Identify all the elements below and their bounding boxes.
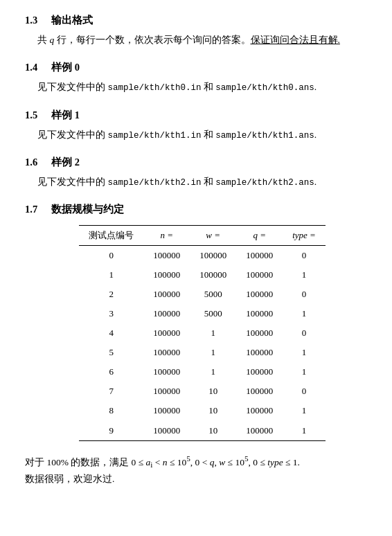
table-cell-1-2: 100000 xyxy=(190,265,236,285)
table-cell-2-0: 2 xyxy=(79,285,143,304)
footer-n-var: n xyxy=(163,456,168,467)
section-title-1-6: 样例 2 xyxy=(51,154,80,170)
section-1-6: 1.6 样例 2 见下发文件中的 sample/kth/kth2.in 和 sa… xyxy=(25,154,367,190)
q-var: q xyxy=(49,35,54,45)
col-header-n: n = xyxy=(143,225,190,245)
table-cell-3-4: 1 xyxy=(283,304,326,323)
section-1-3: 1.3 输出格式 共 q 行，每行一个数，依次表示每个询问的答案。保证询问合法且… xyxy=(25,12,367,48)
table-row: 9100000101000001 xyxy=(79,421,326,441)
table-cell-4-0: 4 xyxy=(79,323,143,343)
table-cell-4-1: 100000 xyxy=(143,323,190,343)
table-row: 510000011000001 xyxy=(79,343,326,362)
data-table: 测试点编号 n = w = q = type = 010000010000010… xyxy=(79,225,326,441)
table-cell-5-0: 5 xyxy=(79,343,143,362)
section-heading-1-4: 1.4 样例 0 xyxy=(25,60,367,75)
table-row: 8100000101000001 xyxy=(79,401,326,420)
table-cell-2-4: 0 xyxy=(283,285,326,304)
table-cell-5-3: 100000 xyxy=(236,343,283,362)
table-cell-7-1: 100000 xyxy=(143,382,190,401)
table-cell-6-0: 6 xyxy=(79,362,143,382)
table-cell-0-3: 100000 xyxy=(236,245,283,265)
table-cell-4-3: 100000 xyxy=(236,323,283,343)
table-row: 310000050001000001 xyxy=(79,304,326,323)
footer-note: 对于 100% 的数据，满足 0 ≤ ai < n ≤ 105, 0 < q, … xyxy=(25,452,367,488)
table-cell-6-1: 100000 xyxy=(143,362,190,382)
table-cell-5-2: 1 xyxy=(190,343,236,362)
footer-q-var: q xyxy=(210,456,215,467)
section-num-1-6: 1.6 xyxy=(25,154,46,170)
table-header-row: 测试点编号 n = w = q = type = xyxy=(79,225,326,245)
table-head: 测试点编号 n = w = q = type = xyxy=(79,225,326,245)
table-cell-9-0: 9 xyxy=(79,421,143,441)
sample-0-in: sample/kth/kth0.in xyxy=(107,83,201,93)
table-cell-9-1: 100000 xyxy=(143,421,190,441)
section-title-1-5: 样例 1 xyxy=(51,107,80,123)
table-cell-9-3: 100000 xyxy=(236,421,283,441)
col-header-type: type = xyxy=(283,225,326,245)
footer-w-var: w xyxy=(219,456,225,467)
footer-line-2: 数据很弱，欢迎水过. xyxy=(25,472,367,488)
sample-2-ans: sample/kth/kth2.ans xyxy=(215,178,314,188)
table-cell-0-2: 100000 xyxy=(190,245,236,265)
table-row: 210000050001000000 xyxy=(79,285,326,304)
table-cell-7-3: 100000 xyxy=(236,382,283,401)
sample-1-in: sample/kth/kth1.in xyxy=(107,131,201,141)
table-cell-8-0: 8 xyxy=(79,401,143,420)
table-cell-1-4: 1 xyxy=(283,265,326,285)
col-header-testpoint: 测试点编号 xyxy=(79,225,143,245)
section-heading-1-5: 1.5 样例 1 xyxy=(25,107,367,123)
table-cell-0-0: 0 xyxy=(79,245,143,265)
table-cell-6-3: 100000 xyxy=(236,362,283,382)
table-cell-8-4: 1 xyxy=(283,401,326,420)
section-heading-1-3: 1.3 输出格式 xyxy=(25,12,367,28)
footer-type-var: type xyxy=(267,456,283,467)
section-title-1-4: 样例 0 xyxy=(51,60,80,75)
table-cell-7-0: 7 xyxy=(79,382,143,401)
table-row: 610000011000001 xyxy=(79,362,326,382)
table-row: 410000011000000 xyxy=(79,323,326,343)
table-row: 11000001000001000001 xyxy=(79,265,326,285)
table-cell-8-1: 100000 xyxy=(143,401,190,420)
section-title-1-3: 输出格式 xyxy=(51,12,93,28)
table-cell-6-2: 1 xyxy=(190,362,236,382)
table-cell-3-0: 3 xyxy=(79,304,143,323)
col-header-q: q = xyxy=(236,225,283,245)
table-cell-7-4: 0 xyxy=(283,382,326,401)
section-1-7: 1.7 数据规模与约定 测试点编号 n = w = q = type = 010… xyxy=(25,202,367,440)
section-title-1-7: 数据规模与约定 xyxy=(51,202,124,217)
table-cell-1-3: 100000 xyxy=(236,265,283,285)
section-1-5: 1.5 样例 1 见下发文件中的 sample/kth/kth1.in 和 sa… xyxy=(25,107,367,143)
section-num-1-5: 1.5 xyxy=(25,107,46,123)
footer-sup2: 5 xyxy=(244,454,249,463)
sample-0-ans: sample/kth/kth0.ans xyxy=(215,83,314,93)
table-cell-0-4: 0 xyxy=(283,245,326,265)
table-cell-2-3: 100000 xyxy=(236,285,283,304)
table-cell-7-2: 10 xyxy=(190,382,236,401)
table-cell-8-2: 10 xyxy=(190,401,236,420)
table-cell-3-2: 5000 xyxy=(190,304,236,323)
table-cell-5-1: 100000 xyxy=(143,343,190,362)
table-cell-3-1: 100000 xyxy=(143,304,190,323)
table-cell-8-3: 100000 xyxy=(236,401,283,420)
col-header-w: w = xyxy=(190,225,236,245)
section-body-1-3: 共 q 行，每行一个数，依次表示每个询问的答案。保证询问合法且有解. xyxy=(37,33,367,48)
sample-1-ans: sample/kth/kth1.ans xyxy=(215,131,314,141)
footer-line-1: 对于 100% 的数据，满足 0 ≤ ai < n ≤ 105, 0 < q, … xyxy=(25,452,367,472)
table-cell-3-3: 100000 xyxy=(236,304,283,323)
section-body-1-6: 见下发文件中的 sample/kth/kth2.in 和 sample/kth/… xyxy=(37,175,367,190)
table-cell-9-4: 1 xyxy=(283,421,326,441)
data-table-wrap: 测试点编号 n = w = q = type = 010000010000010… xyxy=(37,225,367,441)
footer-i-sub: i xyxy=(150,461,152,469)
section-body-1-5: 见下发文件中的 sample/kth/kth1.in 和 sample/kth/… xyxy=(37,127,367,143)
table-cell-9-2: 10 xyxy=(190,421,236,441)
table-cell-1-0: 1 xyxy=(79,265,143,285)
table-cell-1-1: 100000 xyxy=(143,265,190,285)
guarantee-text: 保证询问合法且有解. xyxy=(251,35,340,45)
table-cell-6-4: 1 xyxy=(283,362,326,382)
table-cell-5-4: 1 xyxy=(283,343,326,362)
section-heading-1-7: 1.7 数据规模与约定 xyxy=(25,202,367,217)
table-cell-2-2: 5000 xyxy=(190,285,236,304)
table-cell-4-2: 1 xyxy=(190,323,236,343)
section-num-1-3: 1.3 xyxy=(25,12,46,28)
table-row: 01000001000001000000 xyxy=(79,245,326,265)
